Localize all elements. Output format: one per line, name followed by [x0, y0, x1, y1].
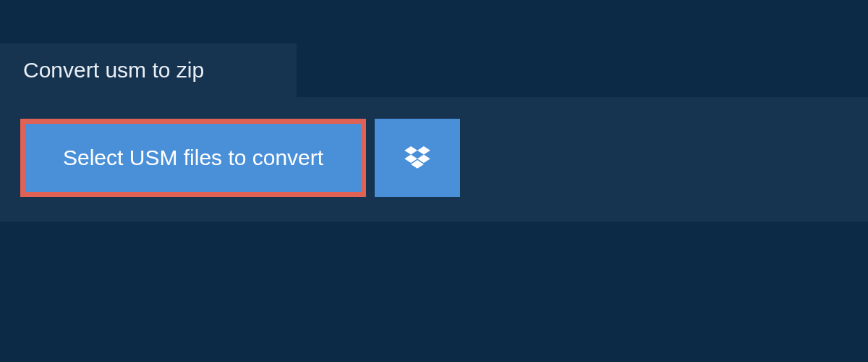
select-files-button[interactable]: Select USM files to convert	[25, 124, 361, 192]
content-panel: Select USM files to convert	[0, 97, 868, 222]
button-row: Select USM files to convert	[20, 119, 848, 197]
tab-convert[interactable]: Convert usm to zip	[0, 43, 297, 97]
select-button-highlight: Select USM files to convert	[20, 119, 366, 197]
dropbox-button[interactable]	[375, 119, 460, 197]
tab-container: Convert usm to zip Select USM files to c…	[0, 0, 868, 222]
dropbox-icon	[404, 146, 430, 169]
select-files-label: Select USM files to convert	[63, 146, 323, 169]
tab-title: Convert usm to zip	[23, 58, 204, 82]
